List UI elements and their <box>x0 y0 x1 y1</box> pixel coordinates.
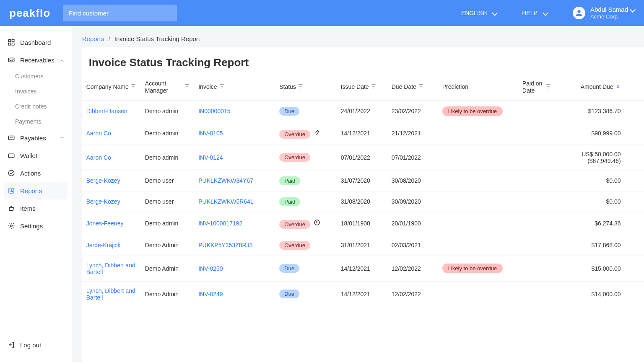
sort-icon[interactable] <box>615 83 621 90</box>
user-menu[interactable]: Abdul Samad Acme Corp. <box>573 6 635 20</box>
invoice-link[interactable]: INV-0105 <box>198 130 223 137</box>
invoice-link[interactable]: INV-0249 <box>198 291 223 297</box>
table-scroll[interactable]: Company NameAccount ManagerInvoiceStatus… <box>82 74 644 362</box>
wallet-icon <box>8 152 15 159</box>
invoice-link[interactable]: PUKLKZWKW5R64L <box>198 198 253 205</box>
page-title: Invoice Status Tracking Report <box>89 56 249 69</box>
sidebar: Dashboard Receivables︿ CustomersInvoices… <box>0 26 72 362</box>
svg-rect-2 <box>12 43 14 45</box>
sidebar-item-settings[interactable]: Settings <box>0 217 72 235</box>
sidebar-item-actions[interactable]: Actions <box>0 164 72 182</box>
invoice-link[interactable]: PUKKP5Y353Z8RJ8 <box>198 242 252 248</box>
cell-paid <box>518 212 556 235</box>
column-paid_on[interactable]: Paid on Date <box>518 74 556 100</box>
filter-icon[interactable] <box>418 83 424 90</box>
gear-icon <box>8 222 15 230</box>
sidebar-item-customers[interactable]: Customers <box>8 69 72 84</box>
company-link[interactable]: Lynch, Dibbert and Bartell <box>86 262 135 275</box>
cell-due: 20/01/1900 <box>387 212 438 235</box>
company-link[interactable]: Aaron Co <box>86 130 111 137</box>
column-issue_date[interactable]: Issue Date <box>337 74 387 100</box>
status-badge: Due <box>279 290 299 298</box>
column-due_date[interactable]: Due Date <box>387 74 438 100</box>
column-invoice[interactable]: Invoice <box>194 74 275 100</box>
sidebar-item-items[interactable]: Items <box>0 199 72 217</box>
filter-icon[interactable] <box>184 83 190 90</box>
filter-icon[interactable] <box>545 83 551 90</box>
prediction-badge: Likely to be overdue <box>442 106 503 116</box>
cell-company: Lynch, Dibbert and Bartell <box>82 256 141 281</box>
table-row: Jones-FeeneyDemo adminINV-1000017192Over… <box>82 212 644 235</box>
sidebar-item-wallet[interactable]: Wallet <box>0 147 72 164</box>
cell-manager: Demo user <box>141 191 194 212</box>
sidebar-item-payments[interactable]: Payments <box>8 114 72 129</box>
table-row: Lynch, Dibbert and BartellDemo AdminINV-… <box>82 281 644 307</box>
sidebar-item-reports[interactable]: Reports <box>4 182 68 199</box>
filter-icon[interactable] <box>371 83 377 90</box>
cell-amount-due: $0.00 <box>556 170 625 191</box>
cell-invoice: INV-0105 <box>194 122 275 145</box>
cell-invoice: IN00000015 <box>194 100 275 122</box>
company-link[interactable]: Lynch, Dibbert and Bartell <box>86 287 135 301</box>
filter-icon[interactable] <box>130 83 136 90</box>
column-amount_due[interactable]: Amount Due <box>556 74 625 100</box>
cell-issue: 24/01/2022 <box>337 100 387 122</box>
company-link[interactable]: Jones-Feeney <box>86 220 124 227</box>
logo: peakflo <box>9 7 50 20</box>
breadcrumb-root[interactable]: Reports <box>82 35 104 42</box>
invoice-link[interactable]: INV-0250 <box>198 265 223 272</box>
breadcrumb: Reports / Invoice Status Tracking Report <box>82 35 644 42</box>
cell-status: Due <box>275 281 337 307</box>
sidebar-item-dashboard[interactable]: Dashboard <box>0 34 72 51</box>
company-link[interactable]: Dibbert-Hansen <box>86 108 127 114</box>
sidebar-item-credit-notes[interactable]: Credit notes <box>8 99 72 114</box>
column-prediction[interactable]: Prediction <box>438 74 518 100</box>
cell-amount-due: $123,386.70 <box>556 100 625 122</box>
language-selector[interactable]: ENGLISH <box>461 10 497 16</box>
company-link[interactable]: Jerde-Krajcik <box>86 242 121 248</box>
cell-prediction <box>438 235 518 256</box>
cell-company: Lynch, Dibbert and Bartell <box>82 281 141 307</box>
invoice-link[interactable]: IN00000015 <box>198 108 230 114</box>
cell-manager: Demo user <box>141 170 194 191</box>
inbox-icon <box>8 56 15 64</box>
sidebar-item-invoices[interactable]: Invoices <box>8 84 72 99</box>
chevron-down-icon <box>630 7 636 13</box>
invoice-link[interactable]: INV-0124 <box>198 154 223 161</box>
cell-total: $6,274.36 <box>625 212 644 235</box>
cell-prediction: Likely to be overdue <box>438 256 518 281</box>
cell-total: $17,868.00 <box>625 235 644 256</box>
cell-issue: 18/01/1900 <box>337 212 387 235</box>
cell-issue: 31/07/2020 <box>337 170 387 191</box>
cell-paid <box>518 100 556 122</box>
status-badge: Paid <box>279 197 300 206</box>
invoice-link[interactable]: PUKLKZWKW34Y67 <box>198 177 253 184</box>
sidebar-item-logout[interactable]: Log out <box>0 336 72 354</box>
invoice-link[interactable]: INV-1000017192 <box>198 220 242 227</box>
column-account_manager[interactable]: Account Manager <box>141 74 194 100</box>
filter-icon[interactable] <box>298 83 304 90</box>
help-link[interactable]: HELP <box>522 10 548 16</box>
cell-manager: Demo Admin <box>141 281 194 307</box>
sidebar-item-payables[interactable]: Payables﹀ <box>0 129 72 147</box>
cell-total: $1,387.00 <box>625 170 644 191</box>
status-badge: Due <box>279 264 299 273</box>
search-input[interactable]: Find customer <box>63 5 177 21</box>
cell-total: $99,999.00 <box>625 122 644 145</box>
cell-paid <box>518 281 556 307</box>
table-row: Aaron CoDemo adminINV-0124Overdue07/01/2… <box>82 145 644 170</box>
filter-icon[interactable] <box>219 83 225 90</box>
column-status[interactable]: Status <box>275 74 337 100</box>
cell-due: 21/12/2021 <box>387 122 438 145</box>
cell-invoice: PUKLKZWKW34Y67 <box>194 170 275 191</box>
column-company[interactable]: Company Name <box>82 74 141 100</box>
sidebar-item-receivables[interactable]: Receivables︿ <box>0 51 72 69</box>
company-link[interactable]: Aaron Co <box>86 154 111 161</box>
company-link[interactable]: Berge-Kozey <box>86 177 120 184</box>
cell-status: Due <box>275 100 337 122</box>
column-total_amount[interactable]: Total amount <box>625 74 644 100</box>
cell-prediction: Likely to be overdue <box>438 100 518 122</box>
cell-status: Overdue <box>275 145 337 170</box>
company-link[interactable]: Berge-Kozey <box>86 198 120 205</box>
cell-issue: 07/01/2022 <box>337 145 387 170</box>
